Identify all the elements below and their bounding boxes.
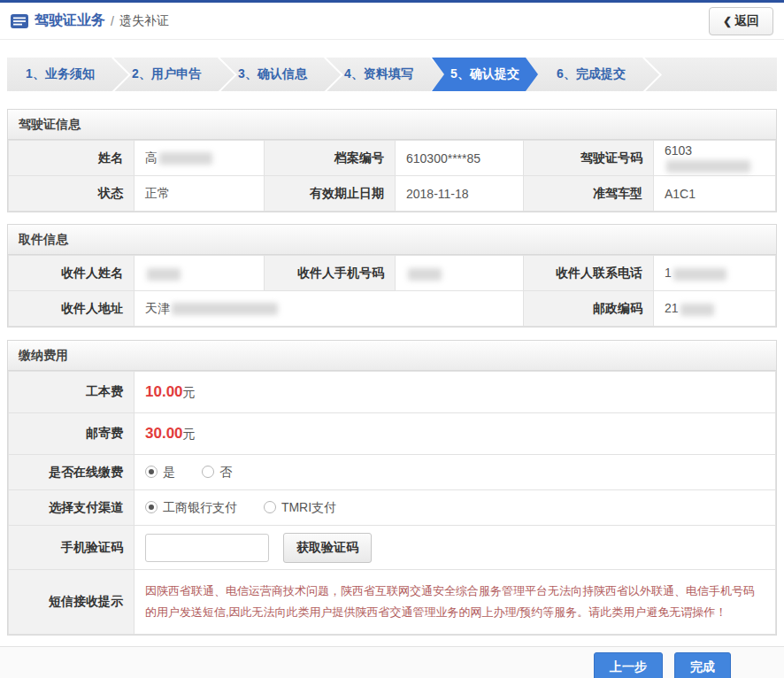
redacted-zip xyxy=(680,304,714,316)
table-row: 姓名 高 档案编号 610300****85 驾驶证号码 6103 xyxy=(9,141,776,176)
phone-value: 1 xyxy=(654,256,776,291)
step-6-label: 6、完成提交 xyxy=(557,66,626,82)
table-row: 是否在线缴费 是 否 xyxy=(9,455,776,490)
table-row: 选择支付渠道 工商银行支付 TMRI支付 xyxy=(9,490,776,526)
online-pay-label: 是否在线缴费 xyxy=(9,455,135,490)
phone-label: 收件人联系电话 xyxy=(524,256,654,291)
table-row: 状态 正常 有效期止日期 2018-11-18 准驾车型 A1C1 xyxy=(9,176,776,212)
address-value: 天津 xyxy=(135,291,524,327)
mail-fee-amount: 30.00 xyxy=(145,425,183,442)
redacted-mobile xyxy=(408,268,442,281)
online-no-radio[interactable] xyxy=(202,466,214,478)
pay-channel-options: 工商银行支付 TMRI支付 xyxy=(135,490,776,526)
vehicle-value: A1C1 xyxy=(654,176,776,212)
work-fee-unit: 元 xyxy=(183,385,196,399)
captcha-label: 手机验证码 xyxy=(9,526,135,570)
expiry-value: 2018-11-18 xyxy=(396,176,524,212)
license-section-title: 驾驶证信息 xyxy=(8,110,776,140)
step-4-label: 4、资料填写 xyxy=(344,66,413,82)
mobile-value xyxy=(396,256,524,291)
breadcrumb-current: 遗失补证 xyxy=(119,13,169,29)
pickup-info-table: 收件人姓名 收件人手机号码 收件人联系电话 1 收件人地址 天津 邮政编码 21 xyxy=(8,255,776,327)
step-2-label: 2、用户申告 xyxy=(132,66,201,82)
step-5-confirm-submit-active[interactable]: 5、确认提交 xyxy=(432,58,538,91)
icbc-pay-label: 工商银行支付 xyxy=(163,500,237,514)
tmri-pay-label: TMRI支付 xyxy=(281,500,336,514)
back-button-label: 返回 xyxy=(734,13,759,27)
footer-action-bar: 上一步 完成 xyxy=(0,646,784,678)
online-yes-label: 是 xyxy=(163,465,175,479)
recipient-label: 收件人姓名 xyxy=(9,256,135,291)
recipient-value xyxy=(135,256,265,291)
pay-channel-label: 选择支付渠道 xyxy=(9,490,135,526)
address-label: 收件人地址 xyxy=(9,291,135,327)
step-bar-filler xyxy=(644,58,777,91)
step-5-label: 5、确认提交 xyxy=(450,66,519,82)
redacted-name xyxy=(159,152,212,165)
license-list-icon xyxy=(11,14,28,28)
page-header: 驾驶证业务 / 遗失补证 ❮返回 xyxy=(0,3,784,40)
table-row: 收件人地址 天津 邮政编码 21 xyxy=(9,291,776,327)
zip-label: 邮政编码 xyxy=(524,291,654,327)
previous-step-button[interactable]: 上一步 xyxy=(594,652,663,678)
fees-section: 缴纳费用 工本费 10.00元 邮寄费 30.00元 是否在线缴费 是 否 选择… xyxy=(7,340,777,636)
page-title: 驾驶证业务 xyxy=(35,12,105,30)
license-no-label: 驾驶证号码 xyxy=(524,141,654,176)
table-row: 邮寄费 30.00元 xyxy=(9,413,776,455)
status-label: 状态 xyxy=(9,176,135,212)
table-row: 手机验证码 获取验证码 xyxy=(9,526,776,570)
work-fee-value: 10.00元 xyxy=(135,372,776,413)
work-fee-amount: 10.00 xyxy=(145,383,183,400)
icbc-pay-radio[interactable] xyxy=(145,501,158,513)
license-info-section: 驾驶证信息 姓名 高 档案编号 610300****85 驾驶证号码 6103 … xyxy=(7,109,777,212)
step-3-label: 3、确认信息 xyxy=(238,66,307,82)
file-no-label: 档案编号 xyxy=(265,141,396,176)
vehicle-label: 准驾车型 xyxy=(524,176,654,212)
mail-fee-value: 30.00元 xyxy=(135,413,776,455)
mail-fee-unit: 元 xyxy=(183,427,196,441)
step-progress-bar: 1、业务须知 2、用户申告 3、确认信息 4、资料填写 5、确认提交 6、完成提… xyxy=(7,58,777,91)
step-1-label: 1、业务须知 xyxy=(26,66,95,82)
back-chevron-icon: ❮ xyxy=(723,15,732,27)
name-value: 高 xyxy=(135,141,265,176)
work-fee-label: 工本费 xyxy=(9,372,135,413)
table-row: 工本费 10.00元 xyxy=(9,372,776,413)
fees-section-title: 缴纳费用 xyxy=(8,341,776,371)
redacted-recipient xyxy=(147,268,181,281)
get-captcha-button[interactable]: 获取验证码 xyxy=(283,533,372,563)
step-6-complete[interactable]: 6、完成提交 xyxy=(538,58,644,91)
license-no-value: 6103 xyxy=(654,141,776,176)
captcha-input[interactable] xyxy=(145,534,269,562)
status-value: 正常 xyxy=(135,176,265,212)
file-no-value: 610300****85 xyxy=(396,141,524,176)
online-pay-options: 是 否 xyxy=(135,455,776,490)
mail-fee-label: 邮寄费 xyxy=(9,413,135,455)
tmri-pay-radio[interactable] xyxy=(264,501,276,513)
mobile-label: 收件人手机号码 xyxy=(265,256,396,291)
zip-value: 21 xyxy=(654,291,776,327)
fees-table: 工本费 10.00元 邮寄费 30.00元 是否在线缴费 是 否 选择支付渠道 … xyxy=(8,371,776,635)
captcha-cell: 获取验证码 xyxy=(135,526,776,570)
step-1-notice[interactable]: 1、业务须知 xyxy=(7,58,113,91)
name-label: 姓名 xyxy=(9,141,135,176)
breadcrumb-divider: / xyxy=(111,14,114,28)
redacted-phone xyxy=(673,268,726,281)
pickup-section-title: 取件信息 xyxy=(8,225,776,255)
online-no-label: 否 xyxy=(219,465,232,479)
table-row: 短信接收提示 因陕西省联通、电信运营商技术问题，陕西省互联网交通安全综合服务管理… xyxy=(9,570,776,635)
sms-notice-cell: 因陕西省联通、电信运营商技术问题，陕西省互联网交通安全综合服务管理平台无法向持陕… xyxy=(135,570,776,635)
expiry-label: 有效期止日期 xyxy=(265,176,396,212)
online-yes-radio[interactable] xyxy=(145,466,158,478)
redacted-license-no xyxy=(666,160,750,173)
sms-notice-label: 短信接收提示 xyxy=(9,570,135,635)
license-info-table: 姓名 高 档案编号 610300****85 驾驶证号码 6103 状态 正常 … xyxy=(8,140,776,212)
back-button[interactable]: ❮返回 xyxy=(709,7,773,35)
table-row: 收件人姓名 收件人手机号码 收件人联系电话 1 xyxy=(9,256,776,291)
pickup-info-section: 取件信息 收件人姓名 收件人手机号码 收件人联系电话 1 收件人地址 天津 邮政… xyxy=(7,224,777,327)
redacted-address xyxy=(172,303,278,315)
finish-button[interactable]: 完成 xyxy=(674,652,731,678)
sms-notice-text: 因陕西省联通、电信运营商技术问题，陕西省互联网交通安全综合服务管理平台无法向持陕… xyxy=(145,570,775,634)
